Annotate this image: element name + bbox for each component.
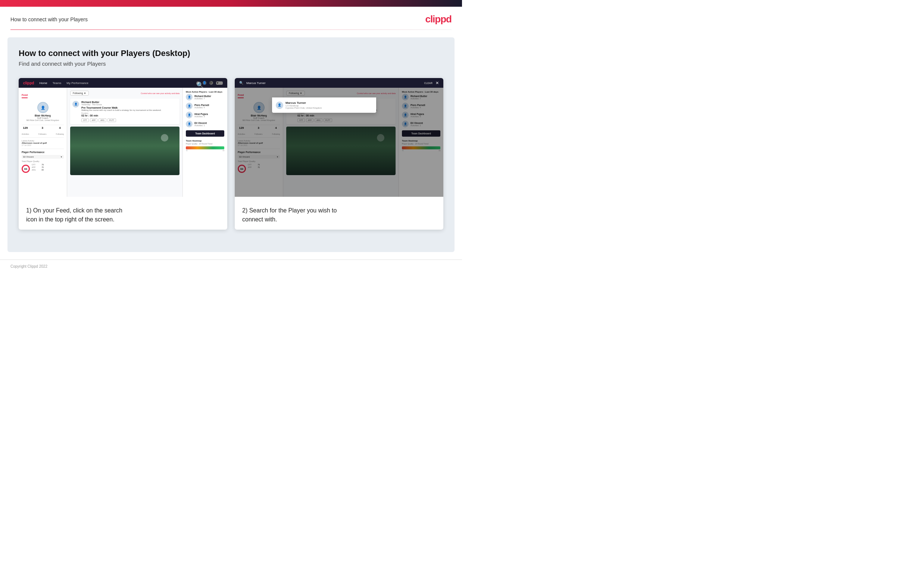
nav-home-1[interactable]: Home xyxy=(39,81,47,85)
app-logo-1: clippd xyxy=(23,81,34,85)
activity-card-body: Richard Butler Yesterday · The Grove Pre… xyxy=(81,101,161,122)
player-select[interactable]: Eli Vincent ▼ xyxy=(22,155,64,159)
feed-tab[interactable]: Feed xyxy=(22,94,28,98)
step2-caption: 2) Search for the Player you wish to con… xyxy=(235,197,443,230)
player-acts-2: Activities: 4 xyxy=(194,106,209,109)
tag-ott: OTT xyxy=(81,119,89,122)
screenshot-2: 🔍 Marcus Turner CLEAR ✕ Feed 👤 Blair McH… xyxy=(235,78,443,230)
activity-card-avatar: 👤 xyxy=(73,101,79,107)
profile-area: 👤 Blair McHarg Golf Coach Mill Ride Golf… xyxy=(22,101,64,123)
screenshot-1: clippd Home Teams My Performance 🔍 👤 ⚙ ▼… xyxy=(19,78,227,230)
settings-icon-nav[interactable]: ⚙ xyxy=(209,81,213,85)
score-bars: OTT 79 APP xyxy=(32,164,44,173)
tag-app: APP xyxy=(90,119,97,122)
feed-panel: Feed 👤 Blair McHarg Golf Coach Mill Ride… xyxy=(19,88,67,197)
search-text-2[interactable]: Marcus Turner xyxy=(246,81,421,85)
profile-club: Mill Ride Golf Club, United Kingdom xyxy=(22,119,64,121)
score-circle: 84 xyxy=(22,165,30,173)
player-avatar-2: 👤 xyxy=(186,103,193,109)
heatmap-label-left: -5 xyxy=(186,150,187,152)
nav-myperformance-1[interactable]: My Performance xyxy=(66,81,89,85)
page-title: How to connect with your Players xyxy=(10,16,88,23)
player-acts-3: Activities: 3 xyxy=(194,115,208,118)
profile-icon-nav[interactable]: ▼ xyxy=(216,81,223,85)
bar-app-value: 70 xyxy=(39,166,44,169)
player-avatar-1: 👤 xyxy=(186,94,193,101)
stat-activities: 129 Activities xyxy=(22,126,29,136)
player-name-3: Hiral Pujara xyxy=(194,113,208,115)
logo: clippd xyxy=(425,13,451,25)
heatmap-sub: Player Quality · 20 Round Trend xyxy=(186,143,224,145)
bar-app: APP 70 xyxy=(32,166,44,169)
main-subtitle: Find and connect with your Players xyxy=(19,60,443,67)
profile-name: Blair McHarg xyxy=(22,114,64,117)
team-dashboard-button[interactable]: Team Dashboard xyxy=(186,130,224,136)
stat-followers-label: Followers xyxy=(39,133,46,135)
heatmap-title: Team Heatmap xyxy=(186,140,224,142)
people-icon-nav[interactable]: 👤 xyxy=(202,81,206,85)
search-icon-nav[interactable]: 🔍 xyxy=(196,81,200,85)
avatar: 👤 xyxy=(37,102,49,113)
bar-arg-label: ARG xyxy=(32,169,37,171)
player-info-2: Piers Parnell Activities: 4 xyxy=(194,104,209,109)
player-performance-section: Player Performance Eli Vincent ▼ Total P… xyxy=(22,149,64,173)
search-icon-2: 🔍 xyxy=(239,81,243,85)
close-icon-2[interactable]: ✕ xyxy=(435,81,439,86)
stat-following-num: 4 xyxy=(56,126,64,130)
nav-teams-1[interactable]: Teams xyxy=(53,81,61,85)
step1-caption: 1) On your Feed, click on the search ico… xyxy=(19,197,227,230)
stat-following: 4 Following xyxy=(56,126,64,136)
following-row: Following ▼ Control who can see your act… xyxy=(70,91,180,96)
bar-ott: OTT 79 xyxy=(32,164,44,166)
footer: Copyright Clippd 2022 xyxy=(0,260,462,273)
card-activity-desc: Walking the course with my coach to buil… xyxy=(81,109,161,111)
search-results-dropdown: 👤 Marcus Turner 1.5 Handicap Cypress Poi… xyxy=(272,97,376,113)
player-info-1: Richard Butler Activities: 7 xyxy=(194,95,211,100)
player-row-2: 👤 Piers Parnell Activities: 4 xyxy=(186,103,224,109)
search-result-item[interactable]: 👤 Marcus Turner 1.5 Handicap Cypress Poi… xyxy=(272,99,376,111)
bar-ott-value: 79 xyxy=(39,164,44,166)
card-duration: 02 hr : 00 min xyxy=(81,114,161,117)
player-avatar-4: 👤 xyxy=(186,120,193,127)
player-name-4: Eli Vincent xyxy=(194,122,207,124)
app-content-2-wrapper: Feed 👤 Blair McHarg Golf Coach Mill Ride… xyxy=(235,88,443,197)
tag-putt: PUTT xyxy=(107,119,116,122)
heatmap-label-right: +5 xyxy=(222,150,224,152)
activity-card: 👤 Richard Butler Yesterday · The Grove P… xyxy=(70,99,180,124)
stat-following-label: Following xyxy=(56,133,64,135)
search-result-info: Marcus Turner 1.5 Handicap Cypress Point… xyxy=(285,101,322,109)
nav-icons-1: 🔍 👤 ⚙ ▼ xyxy=(196,81,223,85)
copyright: Copyright Clippd 2022 xyxy=(10,265,47,268)
app-nav-1: clippd Home Teams My Performance 🔍 👤 ⚙ ▼ xyxy=(19,78,227,88)
player-acts-4: Activities: 1 xyxy=(194,124,207,127)
heatmap-bar xyxy=(186,146,224,149)
app-content-1: Feed 👤 Blair McHarg Golf Coach Mill Ride… xyxy=(19,88,227,197)
tag-arg: ARG xyxy=(99,119,106,122)
following-button[interactable]: Following ▼ xyxy=(70,91,89,96)
player-row-3: 👤 Hiral Pujara Activities: 3 xyxy=(186,112,224,119)
most-active-title: Most Active Players - Last 30 days xyxy=(186,91,224,93)
latest-activity: Latest Activity Afternoon round of golf … xyxy=(22,140,64,146)
player-info-4: Eli Vincent Activities: 1 xyxy=(194,122,207,127)
stat-followers-num: 3 xyxy=(39,126,46,130)
right-panel: Most Active Players - Last 30 days 👤 Ric… xyxy=(183,88,227,197)
player-acts-1: Activities: 7 xyxy=(194,97,211,100)
top-bar xyxy=(0,0,462,7)
search-nav-2: 🔍 Marcus Turner CLEAR ✕ xyxy=(235,78,443,88)
heatmap-labels: -5 +5 xyxy=(186,150,224,152)
search-result-avatar: 👤 xyxy=(276,102,283,109)
player-name-2: Piers Parnell xyxy=(194,104,209,106)
activity-photo xyxy=(70,127,180,175)
chevron-down-icon: ▼ xyxy=(60,156,62,158)
screenshots-row: clippd Home Teams My Performance 🔍 👤 ⚙ ▼… xyxy=(19,78,443,230)
stat-followers: 3 Followers xyxy=(39,126,46,136)
quality-display: 84 OTT 79 APP xyxy=(22,164,64,173)
control-link[interactable]: Control who can see your activity and da… xyxy=(141,92,180,94)
player-name-1: Richard Butler xyxy=(194,95,211,97)
clear-button-2[interactable]: CLEAR xyxy=(424,82,432,84)
stat-activities-label: Activities xyxy=(22,133,29,135)
activity-date: 27 Jul 2022 xyxy=(22,144,64,146)
bar-arg: ARG 84 xyxy=(32,169,44,171)
card-activity-title: Pre Tournament Course Walk xyxy=(81,106,161,109)
selected-player: Eli Vincent xyxy=(23,156,34,158)
